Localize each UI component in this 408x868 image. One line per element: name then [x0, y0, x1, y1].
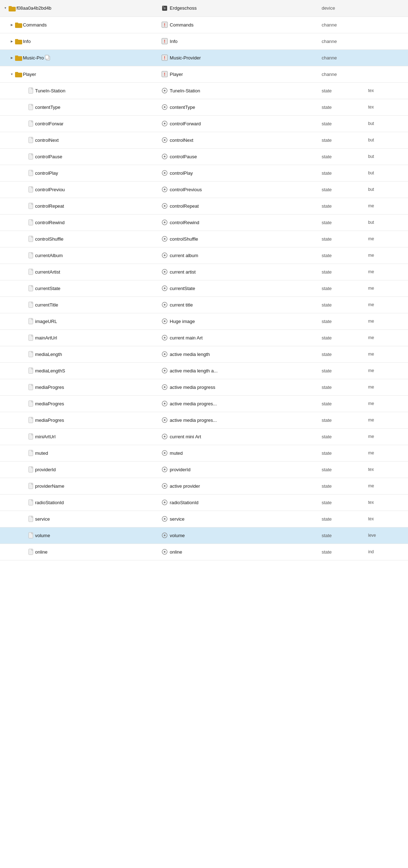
file-icon — [28, 351, 34, 358]
file-icon — [28, 449, 34, 457]
file-icon — [28, 433, 34, 440]
extra-label: but — [367, 115, 408, 132]
svg-point-88 — [164, 436, 166, 438]
type-label: state — [320, 214, 367, 231]
file-icon — [28, 268, 34, 275]
table-row[interactable]: currentTitle current titlestateme — [0, 296, 408, 313]
table-row[interactable]: mediaProgres active media progres...stat… — [0, 412, 408, 428]
type-label: state — [320, 494, 367, 511]
file-icon — [28, 252, 34, 259]
extra-label: me — [367, 395, 408, 412]
table-row[interactable]: Music-Pro ! Music-Providerchanne — [0, 49, 408, 66]
svg-point-100 — [164, 502, 166, 503]
item-name-label: miniArtUrl — [35, 434, 55, 439]
table-row[interactable]: volume volumestateleve — [0, 527, 408, 544]
collapse-arrow-icon[interactable] — [3, 6, 8, 11]
table-row[interactable]: controlForwar controlForwardstatebut — [0, 115, 408, 132]
file-icon — [28, 482, 34, 490]
table-row[interactable]: mainArtUrl current main Artstateme — [0, 329, 408, 346]
table-row[interactable]: mediaProgres active media progres...stat… — [0, 395, 408, 412]
type-label: state — [320, 511, 367, 527]
svg-text:!: ! — [164, 39, 165, 44]
expand-arrow-icon[interactable] — [9, 55, 14, 60]
table-row[interactable]: f08aa0a4b2bd4b Erdgeschossdevice — [0, 0, 408, 16]
table-row[interactable]: providerName active providerstateme — [0, 478, 408, 494]
table-row[interactable]: imageURL Huge imagestateme — [0, 313, 408, 329]
table-row[interactable]: controlPause controlPausestatebut — [0, 148, 408, 165]
table-row[interactable]: miniArtUrl current mini Artstateme — [0, 428, 408, 445]
file-icon — [28, 384, 34, 391]
channel-name-label: controlPlay — [170, 170, 193, 176]
svg-point-73 — [164, 353, 166, 355]
extra-label: me — [367, 296, 408, 313]
expand-arrow-icon[interactable] — [9, 22, 14, 27]
table-row[interactable]: controlPlay controlPlaystatebut — [0, 165, 408, 181]
state-type-icon — [161, 203, 168, 209]
channel-name-label: Info — [170, 39, 178, 44]
channel-name-label: controlRepeat — [170, 203, 199, 209]
svg-point-97 — [164, 485, 166, 487]
table-row[interactable]: controlPreviou controlPreviousstatebut — [0, 181, 408, 198]
extra-label: but — [367, 181, 408, 198]
svg-rect-1 — [9, 6, 12, 8]
extra-label: me — [367, 445, 408, 461]
extra-label: but — [367, 214, 408, 231]
item-name-label: mediaProgres — [35, 401, 64, 406]
table-row[interactable]: service servicestatetex — [0, 511, 408, 527]
file-icon — [28, 301, 34, 308]
channel-name-label: providerId — [170, 467, 190, 472]
table-row[interactable]: currentState currentStatestateme — [0, 280, 408, 296]
svg-point-37 — [164, 156, 166, 158]
svg-point-67 — [164, 320, 166, 322]
item-name-label: contentType — [35, 105, 60, 110]
state-type-icon — [161, 433, 168, 440]
table-row[interactable]: contentType contentTypestatetex — [0, 99, 408, 115]
table-row[interactable]: currentArtist current artiststateme — [0, 264, 408, 280]
table-row[interactable]: controlNext controlNextstatebut — [0, 132, 408, 148]
extra-label: me — [367, 280, 408, 296]
extra-label: me — [367, 264, 408, 280]
item-name-label: radioStationId — [35, 500, 64, 505]
item-name-label: controlForwar — [35, 121, 63, 126]
channel-name-label: Music-Provider — [170, 55, 201, 61]
state-type-icon — [161, 104, 168, 110]
table-row[interactable]: mediaLength active media lengthstateme — [0, 346, 408, 362]
table-row[interactable]: mediaProgres active media progressstatem… — [0, 379, 408, 395]
channel-name-label: muted — [170, 450, 183, 456]
svg-rect-10 — [15, 39, 18, 41]
channel-name-label: controlPrevious — [170, 187, 202, 192]
table-row[interactable]: Info ! Infochanne — [0, 33, 408, 49]
table-row[interactable]: muted mutedstateme — [0, 445, 408, 461]
collapse-arrow-icon[interactable] — [9, 72, 14, 77]
extra-label: me — [367, 428, 408, 445]
file-icon — [28, 87, 34, 94]
table-row[interactable]: TuneIn-Station TuneIn-Stationstatetex — [0, 82, 408, 99]
table-row[interactable]: Player ! Playerchanne — [0, 66, 408, 82]
type-label: state — [320, 445, 367, 461]
copy-icon[interactable] — [45, 55, 50, 61]
table-row[interactable]: mediaLengthS active media length a...sta… — [0, 362, 408, 379]
extra-label: me — [367, 362, 408, 379]
extra-label — [367, 16, 408, 33]
table-row[interactable]: online onlinestateind — [0, 544, 408, 560]
channel-name-label: TuneIn-Station — [170, 88, 200, 93]
table-row[interactable]: Commands ! Commandschanne — [0, 16, 408, 33]
table-row[interactable]: radioStationId radioStationIdstatetex — [0, 494, 408, 511]
type-label: state — [320, 165, 367, 181]
expand-arrow-icon[interactable] — [9, 39, 14, 44]
extra-label: me — [367, 231, 408, 247]
state-type-icon — [161, 334, 168, 341]
channel-name-label: active media progres... — [170, 418, 217, 423]
table-row[interactable]: currentAlbum current albumstateme — [0, 247, 408, 264]
table-row[interactable]: controlRepeat controlRepeatstateme — [0, 198, 408, 214]
table-row[interactable]: providerId providerIdstatetex — [0, 461, 408, 478]
channel-name-label: active provider — [170, 483, 200, 489]
channel-name-label: controlForward — [170, 121, 201, 126]
state-type-icon — [161, 516, 168, 522]
state-type-icon — [161, 318, 168, 324]
svg-point-3 — [164, 7, 166, 9]
channel-name-label: controlPause — [170, 154, 197, 159]
table-row[interactable]: controlShuffle controlShufflestateme — [0, 231, 408, 247]
table-row[interactable]: controlRewind controlRewindstatebut — [0, 214, 408, 231]
channel-name-label: Player — [170, 72, 183, 77]
